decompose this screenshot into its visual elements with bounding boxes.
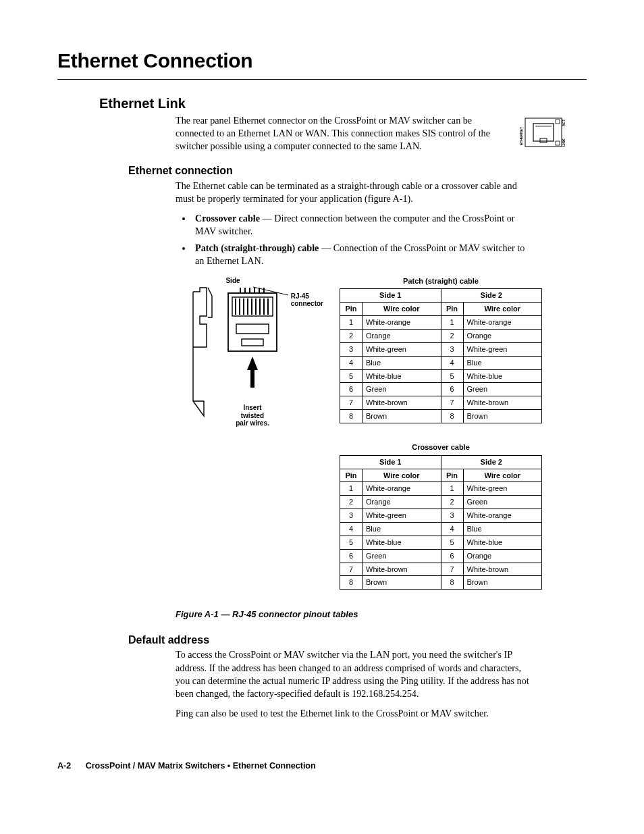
heading-default-address: Default address <box>57 633 587 648</box>
table-row: 6Green6Green <box>340 383 542 396</box>
table-row: 2Orange2Green <box>340 496 542 509</box>
svg-rect-2 <box>540 138 547 142</box>
ethernet-port-icon: ETHERNET LINK ACT <box>517 114 570 151</box>
footer-doc-title: CrossPoint / MAV Matrix Switchers • Ethe… <box>86 761 316 771</box>
default-address-paragraph-2: Ping can also be used to test the Ethern… <box>176 707 529 720</box>
page-title: Ethernet Connection <box>57 47 587 75</box>
svg-text:ETHERNET: ETHERNET <box>519 127 523 145</box>
default-address-paragraph-1: To access the CrossPoint or MAV switcher… <box>176 648 529 700</box>
table-row: 4Blue4Blue <box>340 356 542 369</box>
table-row: 8Brown8Brown <box>340 410 542 423</box>
table-row: 1White-orange1White-green <box>340 482 542 496</box>
table-row: 5White-blue5White-blue <box>340 536 542 549</box>
insert-wires-label: Insert twisted pair wires. <box>236 404 269 427</box>
table-row: 8Brown8Brown <box>340 576 542 590</box>
intro-paragraph: The rear panel Ethernet connector on the… <box>176 114 508 153</box>
horizontal-rule <box>57 79 587 80</box>
svg-text:LINK: LINK <box>562 138 566 146</box>
heading-ethernet-connection: Ethernet connection <box>57 163 587 178</box>
table-row: 7White-brown7White-brown <box>340 563 542 576</box>
patch-cable-table: Side 1Side 2 PinWire colorPinWire color … <box>340 288 542 423</box>
rj45-side-icon <box>184 286 215 421</box>
svg-rect-26 <box>236 324 269 334</box>
table-row: 4Blue4Blue <box>340 522 542 536</box>
svg-marker-28 <box>247 357 258 388</box>
table-row: 6Green6Orange <box>340 549 542 563</box>
table-row: 5White-blue5White-blue <box>340 369 542 383</box>
table-row: 3White-green3White-green <box>340 342 542 356</box>
connection-paragraph: The Ethernet cable can be terminated as … <box>176 180 529 205</box>
list-item: Patch (straight-through) cable — Connect… <box>192 242 529 267</box>
figure-caption: Figure A-1 — RJ-45 connector pinout tabl… <box>176 608 587 621</box>
rj45-front-icon <box>223 286 282 401</box>
list-item: Crossover cable — Direct connection betw… <box>192 212 529 238</box>
heading-ethernet-link: Ethernet Link <box>57 95 587 113</box>
rj45-connector-label: RJ-45 connector <box>291 292 323 307</box>
page-number: A-2 <box>57 761 71 771</box>
svg-rect-27 <box>242 339 263 346</box>
svg-text:ACT: ACT <box>562 119 566 126</box>
table-row: 1White-orange1White-orange <box>340 316 542 330</box>
crossover-cable-table: Side 1Side 2 PinWire colorPinWire color … <box>340 455 542 590</box>
cable-type-list: Crossover cable — Direct connection betw… <box>192 212 529 268</box>
svg-rect-3 <box>556 120 560 124</box>
svg-rect-4 <box>556 141 560 145</box>
rj45-connector-diagram: Side <box>145 276 321 427</box>
table-row: 3White-green3White-orange <box>340 509 542 523</box>
page-footer: A-2 CrossPoint / MAV Matrix Switchers • … <box>57 760 587 772</box>
patch-cable-title: Patch (straight) cable <box>340 276 542 286</box>
table-row: 2Orange2Orange <box>340 330 542 343</box>
crossover-cable-title: Crossover cable <box>340 442 542 452</box>
table-row: 7White-brown7White-brown <box>340 396 542 410</box>
side-label: Side <box>225 276 240 286</box>
